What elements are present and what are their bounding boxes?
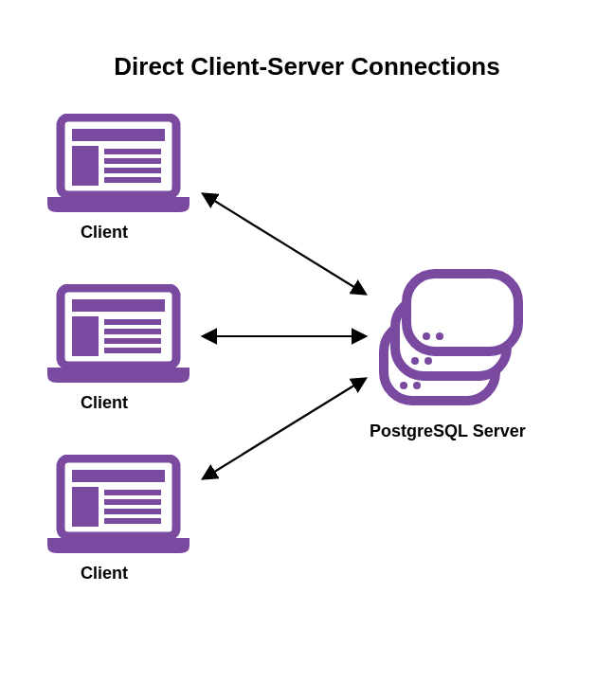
svg-rect-13	[104, 348, 161, 353]
svg-point-26	[411, 357, 419, 365]
svg-rect-20	[104, 518, 161, 524]
server-label: PostgreSQL Server	[370, 422, 526, 441]
svg-rect-3	[104, 149, 161, 154]
svg-rect-5	[104, 168, 161, 173]
laptop-icon	[47, 114, 190, 218]
svg-rect-19	[104, 509, 161, 514]
svg-rect-23	[406, 274, 518, 351]
svg-rect-15	[72, 470, 165, 482]
svg-rect-16	[72, 487, 99, 527]
svg-rect-1	[72, 129, 165, 141]
svg-rect-6	[104, 177, 161, 183]
svg-rect-18	[104, 499, 161, 505]
svg-rect-9	[72, 316, 99, 356]
client-label: Client	[81, 393, 128, 413]
svg-rect-17	[104, 490, 161, 495]
svg-line-32	[204, 379, 365, 478]
svg-rect-11	[104, 329, 161, 334]
svg-rect-4	[104, 158, 161, 164]
client-label: Client	[81, 564, 128, 583]
svg-rect-10	[104, 319, 161, 325]
database-stack-icon	[374, 260, 526, 412]
svg-point-27	[424, 357, 432, 365]
svg-point-28	[400, 382, 407, 389]
svg-line-30	[204, 194, 365, 294]
laptop-icon	[47, 455, 190, 559]
svg-rect-2	[72, 146, 99, 186]
svg-rect-8	[72, 299, 165, 312]
diagram-canvas: Direct Client-Server Connections Client …	[0, 0, 614, 700]
svg-rect-12	[104, 338, 161, 344]
client-label: Client	[81, 223, 128, 242]
svg-point-24	[423, 332, 430, 340]
diagram-title: Direct Client-Server Connections	[0, 52, 614, 81]
svg-point-29	[413, 382, 421, 389]
laptop-icon	[47, 284, 190, 388]
svg-point-25	[436, 332, 443, 340]
